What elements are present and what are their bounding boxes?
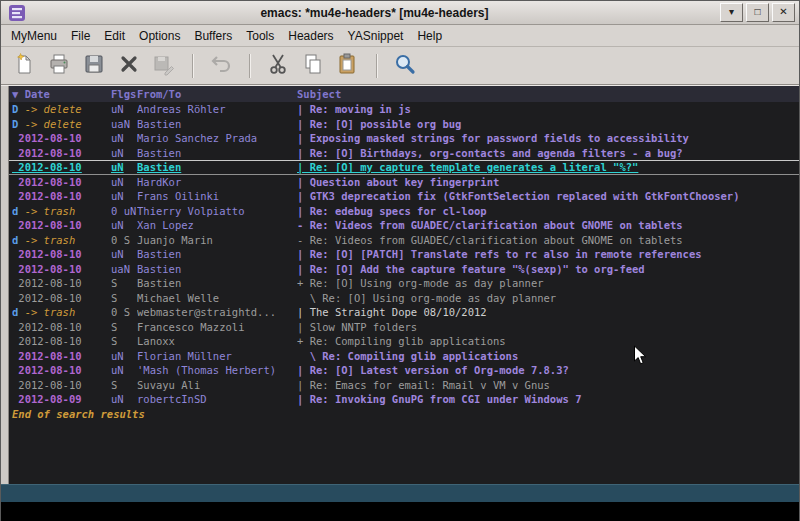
message-from: HardKor <box>137 175 297 190</box>
menu-item-options[interactable]: Options <box>132 26 187 46</box>
message-row[interactable]: 2012-08-10uNXan Lopez- Re: Videos from G… <box>9 218 799 233</box>
toolbar-button-kill-buffer[interactable] <box>114 51 144 81</box>
mark-char: d <box>12 234 25 246</box>
message-flags: uN <box>111 102 137 117</box>
message-row[interactable]: d -> trash0 Swebmaster@straightd...| The… <box>9 305 799 320</box>
message-from: Michael Welle <box>137 291 297 306</box>
message-date: 2012-08-10 <box>12 335 82 347</box>
menu-item-buffers[interactable]: Buffers <box>187 26 239 46</box>
menu-item-help[interactable]: Help <box>410 26 449 46</box>
mark-char: d <box>12 205 25 217</box>
message-from: Andreas Röhler <box>137 102 297 117</box>
menu-item-headers[interactable]: Headers <box>281 26 340 46</box>
message-row[interactable]: 2012-08-10uN'Mash (Thomas Herbert)| Re: … <box>9 363 799 378</box>
message-subject: | Exposing masked strings for password f… <box>297 131 799 146</box>
mark-char: D <box>12 103 25 115</box>
message-subject: - Re: Videos from GUADEC/clarification a… <box>297 233 799 248</box>
menu-item-mymenu[interactable]: MyMenu <box>4 26 64 46</box>
message-date: 2012-08-09 <box>12 393 82 405</box>
message-from: Bastien <box>137 161 297 174</box>
message-row[interactable]: 2012-08-10uNHardKor| Question about key … <box>9 175 799 190</box>
message-row[interactable]: 2012-08-10SBastien+ Re: [O] Using org-mo… <box>9 276 799 291</box>
menu-item-file[interactable]: File <box>64 26 97 46</box>
message-row[interactable]: 2012-08-10uNFrans Oilinki| GTK3 deprecat… <box>9 189 799 204</box>
toolbar-button-new-file[interactable] <box>9 51 39 81</box>
column-header-from[interactable]: From/To <box>137 86 297 102</box>
buffer-area: ▼ Date Flgs From/To Subject D -> deleteu… <box>9 86 799 484</box>
message-flags: 0 S <box>111 233 137 248</box>
search-icon <box>393 52 417 80</box>
column-header-flags[interactable]: Flgs <box>111 86 137 102</box>
message-row[interactable]: 2012-08-10uNBastien| Re: [O] [PATCH] Tra… <box>9 247 799 262</box>
message-row[interactable]: 2012-08-10uNBastien| Re: [O] my capture … <box>9 160 799 175</box>
message-subject: | Re: [O] [PATCH] Translate refs to rc a… <box>297 247 799 262</box>
message-row[interactable]: 2012-08-10uNFlorian Müllner \ Re: Compil… <box>9 349 799 364</box>
scroll-bar[interactable] <box>1 86 9 484</box>
maximize-button[interactable]: □ <box>746 3 769 22</box>
message-row[interactable]: d -> trash0 SJuanjo Marin- Re: Videos fr… <box>9 233 799 248</box>
message-flags: uN <box>111 175 137 190</box>
toolbar-button-copy[interactable] <box>298 51 328 81</box>
message-row[interactable]: 2012-08-10uaNBastien| Re: [O] Add the ca… <box>9 262 799 277</box>
toolbar-button-print[interactable] <box>44 51 74 81</box>
copy-icon <box>301 52 325 80</box>
message-flags: uN <box>111 161 137 174</box>
message-from: Bastien <box>137 117 297 132</box>
message-row[interactable]: 2012-08-10uNBastien| Re: [O] Birthdays, … <box>9 146 799 161</box>
close-button[interactable]: ✕ <box>772 3 795 22</box>
message-flags: uN <box>111 189 137 204</box>
message-row[interactable]: 2012-08-10SSuvayu Ali| Re: Emacs for ema… <box>9 378 799 393</box>
message-row[interactable]: d -> trash0 uNThierry Volpiatto| Re: ede… <box>9 204 799 219</box>
message-subject: | Slow NNTP folders <box>297 320 799 335</box>
cut-icon <box>266 52 290 80</box>
message-row[interactable]: 2012-08-10SFrancesco Mazzoli| Slow NNTP … <box>9 320 799 335</box>
message-from: Xan Lopez <box>137 218 297 233</box>
mark-char: d <box>12 306 25 318</box>
message-row[interactable]: 2012-08-10SMichael Welle \ Re: [O] Using… <box>9 291 799 306</box>
mark-char: D <box>12 118 25 130</box>
menu-item-yasnippet[interactable]: YASnippet <box>341 26 411 46</box>
message-subject: - Re: Videos from GUADEC/clarification a… <box>297 218 799 233</box>
message-row[interactable]: D -> deleteuNAndreas Röhler| Re: moving … <box>9 102 799 117</box>
toolbar-separator <box>249 54 250 78</box>
message-date-or-mark: 2012-08-10 <box>12 131 111 146</box>
message-from: Bastien <box>137 262 297 277</box>
toolbar-button-search[interactable] <box>390 51 420 81</box>
toolbar-button-save[interactable] <box>79 51 109 81</box>
mark-label: -> delete <box>25 118 82 130</box>
message-date-or-mark: 2012-08-10 <box>12 334 111 349</box>
toolbar-button-paste[interactable] <box>333 51 363 81</box>
message-row[interactable]: 2012-08-10uNMario Sanchez Prada| Exposin… <box>9 131 799 146</box>
toolbar-button-cut[interactable] <box>263 51 293 81</box>
message-date-or-mark: 2012-08-10 <box>12 363 111 378</box>
message-row[interactable]: D -> deleteuaNBastien| Re: [O] possible … <box>9 117 799 132</box>
message-date: 2012-08-10 <box>12 263 82 275</box>
mark-label: -> trash <box>25 205 76 217</box>
echo-area[interactable] <box>1 502 799 521</box>
message-subject: + Re: Compiling glib applications <box>297 334 799 349</box>
new-file-icon <box>12 52 36 80</box>
mouse-cursor <box>633 345 647 370</box>
message-row[interactable]: 2012-08-09uNrobertcInSD| Re: Invoking Gn… <box>9 392 799 407</box>
toolbar-button-save-as[interactable] <box>149 51 179 81</box>
menu-item-edit[interactable]: Edit <box>97 26 132 46</box>
message-date: 2012-08-10 <box>12 292 82 304</box>
message-date-or-mark: 2012-08-10 <box>12 161 111 174</box>
message-subject: \ Re: Compiling glib applications <box>297 349 799 364</box>
message-flags: uN <box>111 349 137 364</box>
message-date: 2012-08-10 <box>12 248 82 260</box>
message-date: 2012-08-10 <box>12 219 82 231</box>
message-date-or-mark: 2012-08-10 <box>12 291 111 306</box>
message-row[interactable]: 2012-08-10SLanoxx+ Re: Compiling glib ap… <box>9 334 799 349</box>
menu-item-tools[interactable]: Tools <box>239 26 281 46</box>
message-from: Bastien <box>137 276 297 291</box>
minimize-button[interactable]: ▾ <box>720 3 743 22</box>
message-date: 2012-08-10 <box>12 176 82 188</box>
column-header-subject[interactable]: Subject <box>297 86 799 102</box>
message-from: Francesco Mazzoli <box>137 320 297 335</box>
undo-icon <box>209 52 233 80</box>
column-header-date[interactable]: ▼ Date <box>12 86 111 102</box>
message-from: Lanoxx <box>137 334 297 349</box>
message-from: Florian Müllner <box>137 349 297 364</box>
toolbar-button-undo[interactable] <box>206 51 236 81</box>
